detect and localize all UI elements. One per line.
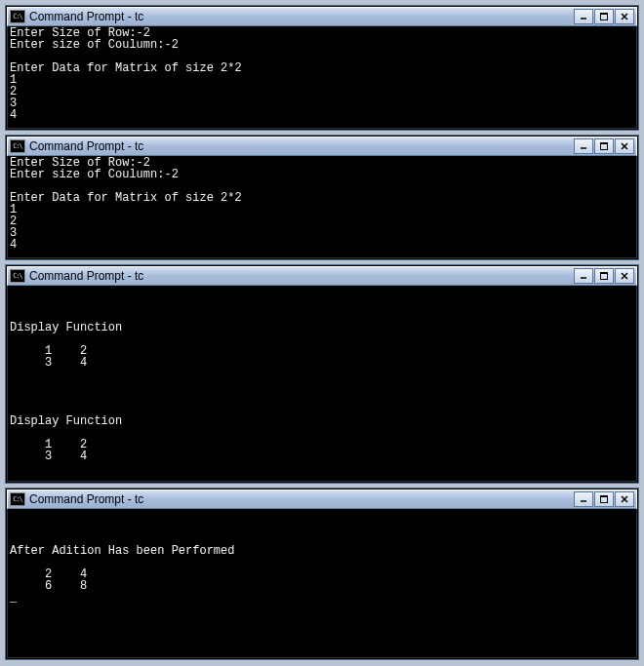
console-output: Enter Size of Row:-2 Enter size of Coulu… <box>7 26 637 129</box>
titlebar[interactable]: C:\ Command Prompt - tc <box>7 137 637 156</box>
titlebar[interactable]: C:\ Command Prompt - tc <box>7 266 637 286</box>
cmd-icon: C:\ <box>10 269 25 283</box>
window-controls <box>574 9 634 24</box>
cmd-icon: C:\ <box>10 139 25 153</box>
maximize-button[interactable] <box>594 491 614 507</box>
console-output: Enter Size of Row:-2 Enter size of Coulu… <box>7 156 637 258</box>
close-button[interactable] <box>615 138 634 154</box>
window-controls <box>574 491 634 507</box>
window-title: Command Prompt - tc <box>29 269 574 283</box>
window-controls <box>574 138 634 154</box>
console-output: Display Function 1 2 3 4 Display Functio… <box>7 286 637 482</box>
titlebar[interactable]: C:\ Command Prompt - tc <box>7 490 637 509</box>
maximize-button[interactable] <box>594 9 614 24</box>
minimize-button[interactable] <box>574 9 593 24</box>
cmd-window-1: C:\ Command Prompt - tc Enter Size of Ro… <box>6 136 638 259</box>
cmd-icon: C:\ <box>10 492 25 506</box>
cmd-window-0: C:\ Command Prompt - tc Enter Size of Ro… <box>6 6 638 130</box>
minimize-button[interactable] <box>574 138 593 154</box>
maximize-button[interactable] <box>594 268 614 284</box>
cmd-icon: C:\ <box>10 10 25 23</box>
close-button[interactable] <box>615 268 634 284</box>
minimize-button[interactable] <box>574 491 593 507</box>
cmd-window-3: C:\ Command Prompt - tc After Adition Ha… <box>6 489 638 659</box>
titlebar[interactable]: C:\ Command Prompt - tc <box>7 7 637 26</box>
minimize-button[interactable] <box>574 268 593 284</box>
close-button[interactable] <box>615 9 634 24</box>
cmd-window-2: C:\ Command Prompt - tc Display Function… <box>6 265 638 483</box>
console-output: After Adition Has been Performed 2 4 6 8… <box>7 509 637 658</box>
window-title: Command Prompt - tc <box>29 492 574 506</box>
window-title: Command Prompt - tc <box>29 10 574 23</box>
window-controls <box>574 268 634 284</box>
close-button[interactable] <box>615 491 634 507</box>
window-title: Command Prompt - tc <box>29 139 574 153</box>
maximize-button[interactable] <box>594 138 614 154</box>
